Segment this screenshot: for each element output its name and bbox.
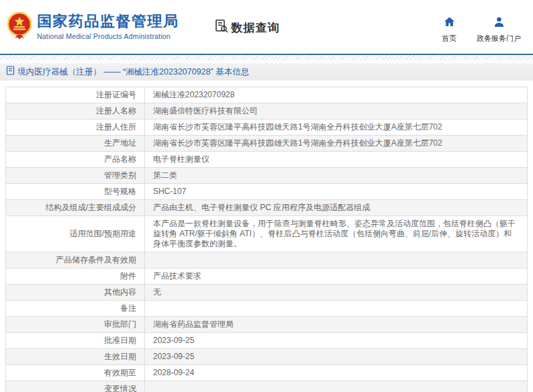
row-label: 变更情况 — [6, 381, 145, 392]
table-row: 注册人名称湖南盛倍特医疗科技有限公司 — [6, 103, 528, 119]
table-row: 生效日期2023-09-25 — [6, 349, 528, 365]
row-value — [145, 301, 528, 317]
row-label: 注册证编号 — [6, 87, 145, 103]
table-row: 批准日期2023-09-25 — [6, 333, 528, 349]
content-area: 注册证编号湘械注准20232070928注册人名称湖南盛倍特医疗科技有限公司注册… — [0, 81, 533, 392]
row-label: 产品储存条件及有效期 — [6, 252, 145, 268]
row-label: 适用范围/预期用途 — [6, 216, 145, 252]
table-row: 注册证编号湘械注准20232070928 — [6, 87, 528, 103]
row-label: 产品名称 — [6, 152, 145, 168]
breadcrumb: 境内医疗器械（注册） —— “湘械注准20232070928” 基本信息 — [0, 63, 533, 81]
home-icon — [444, 16, 455, 30]
site-header: 国家药品监督管理局 National Medical Products Admi… — [0, 0, 533, 54]
table-row: 其他内容无 — [6, 285, 528, 301]
row-value: 产品技术要求 — [145, 268, 528, 285]
table-row: 产品储存条件及有效期 — [6, 252, 528, 268]
table-row: 审批部门湖南省药品监督管理局 — [6, 317, 528, 333]
row-label: 审批部门 — [6, 317, 145, 333]
table-row: 型号规格SHC-107 — [6, 184, 528, 200]
row-label: 生效日期 — [6, 349, 145, 365]
row-value: 无 — [145, 285, 528, 301]
document-icon — [6, 66, 15, 78]
row-label: 生产地址 — [6, 136, 145, 152]
table-row: 管理类别第二类 — [6, 168, 528, 184]
table-row: 适用范围/预期用途本产品是一款脊柱测量设备，用于筛查与测量脊柱畸形、姿态异常及活… — [6, 216, 528, 252]
row-label: 注册人名称 — [6, 103, 145, 119]
table-row: 有效期至2028-09-24 — [6, 365, 528, 381]
nav-home[interactable]: 首页 — [442, 16, 456, 44]
row-label: 附件 — [6, 268, 145, 285]
table-row: 变更情况 — [6, 381, 528, 392]
row-label: 型号规格 — [6, 184, 145, 200]
user-icon — [493, 16, 505, 30]
table-row: 注册人住所湖南省长沙市芙蓉区隆平高科技园雄天路1号湖南全丹科技创业大厦A座第七层… — [6, 119, 528, 136]
nav-home-label: 首页 — [442, 34, 456, 44]
national-emblem-icon — [7, 10, 32, 44]
agency-name-cn: 国家药品监督管理局 — [37, 13, 179, 30]
row-value: 湘械注准20232070928 — [145, 87, 528, 103]
row-value: 2028-09-24 — [145, 365, 528, 381]
row-value: SHC-107 — [145, 184, 528, 200]
row-value: 本产品是一款脊柱测量设备，用于筛查与测量脊柱畸形、姿态异常及活动度范围，包括脊柱… — [145, 216, 528, 252]
row-value: 2023-09-25 — [145, 349, 528, 365]
breadcrumb-text: 境内医疗器械（注册） —— “湘械注准20232070928” 基本信息 — [17, 66, 249, 78]
row-value — [145, 381, 528, 392]
registration-info-table: 注册证编号湘械注准20232070928注册人名称湖南盛倍特医疗科技有限公司注册… — [5, 87, 528, 392]
row-label: 管理类别 — [6, 168, 145, 184]
row-label: 其他内容 — [6, 285, 145, 301]
header-nav: 首页 政务服务门户 — [442, 16, 521, 44]
row-value: 产品由主机、电子脊柱测量仪 PC 应用程序及电源适配器组成 — [145, 200, 528, 216]
row-label: 结构及组成/主要组成成分 — [6, 200, 145, 216]
hatch-band — [0, 55, 533, 60]
nav-portal-label: 政务服务门户 — [477, 34, 521, 44]
row-value — [145, 252, 528, 268]
data-query-tab[interactable]: 数据查询 — [214, 19, 280, 36]
nav-portal[interactable]: 政务服务门户 — [477, 16, 521, 44]
table-row: 附件产品技术要求 — [6, 268, 528, 285]
agency-titles: 国家药品监督管理局 National Medical Products Admi… — [37, 13, 179, 40]
row-label: 备注 — [6, 301, 145, 317]
row-value: 2023-09-25 — [145, 333, 528, 349]
agency-logo-link[interactable]: 国家药品监督管理局 National Medical Products Admi… — [7, 10, 179, 44]
row-value: 湖南省长沙市芙蓉区隆平高科技园雄天路1号湖南全丹科技创业大厦A座第七层702 — [145, 136, 528, 152]
table-row: 产品名称电子脊柱测量仪 — [6, 152, 528, 168]
row-value: 湖南省药品监督管理局 — [145, 317, 528, 333]
row-value: 第二类 — [145, 168, 528, 184]
row-value: 电子脊柱测量仪 — [145, 152, 528, 168]
table-row: 生产地址湖南省长沙市芙蓉区隆平高科技园雄天路1号湖南全丹科技创业大厦A座第七层7… — [6, 136, 528, 152]
row-label: 批准日期 — [6, 333, 145, 349]
table-row: 备注 — [6, 301, 528, 317]
data-query-label: 数据查询 — [232, 20, 280, 36]
agency-name-en: National Medical Products Administration — [37, 32, 179, 40]
row-label: 有效期至 — [6, 365, 145, 381]
row-label: 注册人住所 — [6, 119, 145, 136]
table-row: 结构及组成/主要组成成分产品由主机、电子脊柱测量仪 PC 应用程序及电源适配器组… — [6, 200, 528, 216]
info-table-body: 注册证编号湘械注准20232070928注册人名称湖南盛倍特医疗科技有限公司注册… — [6, 87, 528, 392]
row-value: 湖南盛倍特医疗科技有限公司 — [145, 103, 528, 119]
document-search-icon — [214, 19, 229, 36]
row-value: 湖南省长沙市芙蓉区隆平高科技园雄天路1号湖南全丹科技创业大厦A座第七层702 — [145, 119, 528, 136]
